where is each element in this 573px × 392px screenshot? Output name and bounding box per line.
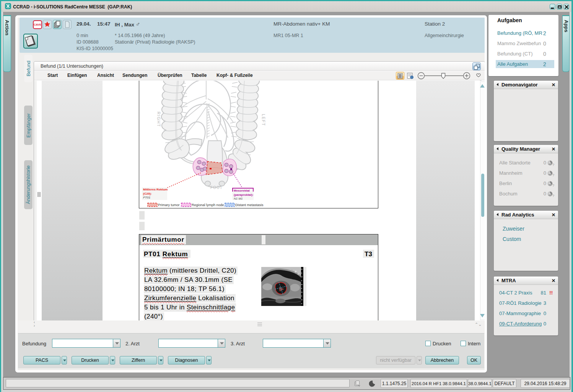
svg-text:Distant metastasis: Distant metastasis (235, 203, 264, 207)
svg-text:FOOT: FOOT (210, 185, 223, 190)
svg-text:RIGHT: RIGHT (156, 112, 161, 127)
svg-text:?: ? (552, 184, 554, 187)
svg-text:?: ? (552, 194, 554, 198)
svg-text:?: ? (552, 163, 554, 167)
svg-text:Regional lymph node: Regional lymph node (192, 203, 224, 207)
svg-text:?: ? (552, 173, 554, 177)
svg-text:Primary tumor: Primary tumor (158, 203, 180, 207)
svg-text:LEFT: LEFT (261, 114, 266, 126)
